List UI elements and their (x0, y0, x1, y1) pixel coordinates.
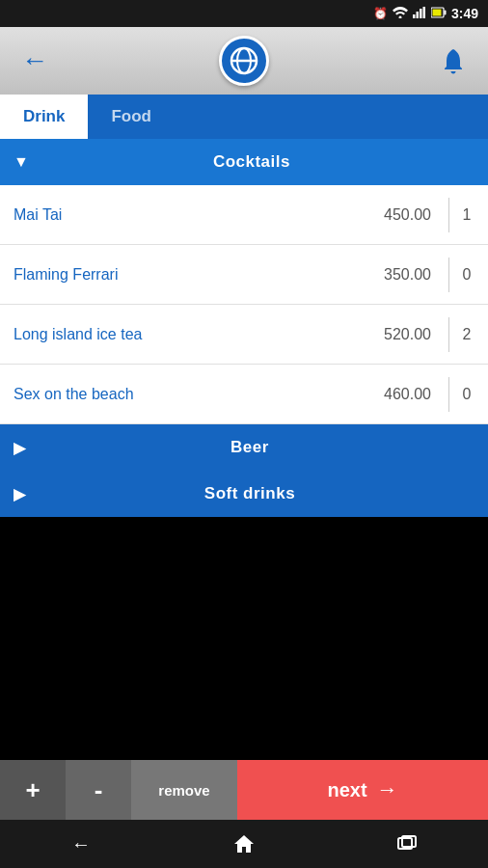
next-button[interactable]: next → (237, 760, 488, 820)
cocktails-chevron-icon: ▼ (14, 153, 29, 171)
item-divider (448, 377, 449, 412)
softdrinks-chevron-icon: ▶ (14, 485, 25, 503)
svg-rect-1 (413, 14, 416, 18)
item-qty-mai-tai: 1 (459, 206, 474, 224)
item-qty-flaming-ferrari: 0 (459, 266, 474, 284)
svg-rect-2 (416, 12, 419, 18)
bottom-toolbar: + - remove next → (0, 760, 488, 820)
svg-rect-4 (422, 7, 425, 18)
android-nav-bar: ← (0, 820, 488, 868)
remove-button[interactable]: remove (131, 760, 237, 820)
signal-icon (413, 7, 426, 21)
tab-drink-label: Drink (23, 107, 65, 126)
item-price-sex-beach: 460.00 (384, 386, 431, 403)
remove-label: remove (158, 782, 209, 799)
next-label: next (327, 779, 366, 801)
android-back-button[interactable]: ← (71, 833, 91, 855)
item-divider (448, 317, 449, 352)
android-recents-icon (397, 835, 417, 853)
item-price-flaming-ferrari: 350.00 (384, 266, 431, 284)
status-time: 3:49 (451, 6, 478, 21)
menu-item-long-island: Long island ice tea 520.00 2 (0, 305, 488, 365)
beer-label: Beer (25, 438, 474, 457)
item-divider (448, 258, 449, 292)
notification-bell-button[interactable] (434, 41, 473, 80)
back-button[interactable]: ← (15, 41, 54, 80)
category-soft-drinks[interactable]: ▶ Soft drinks (0, 471, 488, 517)
item-name-mai-tai: Mai Tai (14, 206, 384, 224)
menu-item-mai-tai: Mai Tai 450.00 1 (0, 185, 488, 245)
svg-point-0 (398, 15, 401, 18)
item-name-sex-beach: Sex on the beach (14, 386, 384, 403)
item-name-long-island: Long island ice tea (14, 326, 384, 343)
category-beer[interactable]: ▶ Beer (0, 424, 488, 471)
android-back-icon: ← (71, 833, 91, 855)
back-arrow-icon: ← (21, 45, 48, 76)
item-price-mai-tai: 450.00 (384, 206, 431, 224)
tab-drink[interactable]: Drink (0, 95, 88, 139)
tab-food-label: Food (111, 107, 151, 126)
app-bar: ← (0, 27, 488, 95)
menu-item-sex-beach: Sex on the beach 460.00 0 (0, 365, 488, 424)
softdrinks-label: Soft drinks (25, 484, 474, 503)
svg-marker-11 (234, 835, 254, 853)
battery-icon (431, 7, 447, 21)
app-logo (219, 36, 269, 86)
svg-rect-3 (420, 9, 422, 18)
plus-button[interactable]: + (0, 760, 66, 820)
category-cocktails[interactable]: ▼ Cocktails (0, 139, 488, 185)
cocktails-label: Cocktails (29, 152, 474, 172)
menu-content: ▼ Cocktails Mai Tai 450.00 1 Flaming Fer… (0, 139, 488, 517)
svg-rect-7 (432, 9, 441, 15)
next-arrow-icon: → (377, 777, 398, 802)
android-home-icon (233, 834, 255, 854)
item-qty-sex-beach: 0 (459, 386, 474, 403)
tab-bar: Drink Food (0, 95, 488, 139)
item-divider (448, 198, 449, 232)
minus-icon: - (95, 775, 103, 805)
item-qty-long-island: 2 (459, 326, 474, 343)
beer-chevron-icon: ▶ (14, 439, 25, 457)
android-home-button[interactable] (233, 834, 255, 854)
android-recents-button[interactable] (397, 835, 417, 853)
item-name-flaming-ferrari: Flaming Ferrari (14, 266, 384, 284)
status-icons: ⏰ 3:49 (373, 6, 478, 21)
wifi-icon (393, 7, 408, 21)
svg-rect-6 (444, 10, 446, 14)
menu-item-flaming-ferrari: Flaming Ferrari 350.00 0 (0, 245, 488, 305)
clock-icon: ⏰ (373, 7, 388, 20)
minus-button[interactable]: - (66, 760, 131, 820)
tab-food[interactable]: Food (88, 95, 175, 139)
item-price-long-island: 520.00 (384, 326, 431, 343)
status-bar: ⏰ 3:49 (0, 0, 488, 27)
plus-icon: + (25, 775, 40, 805)
